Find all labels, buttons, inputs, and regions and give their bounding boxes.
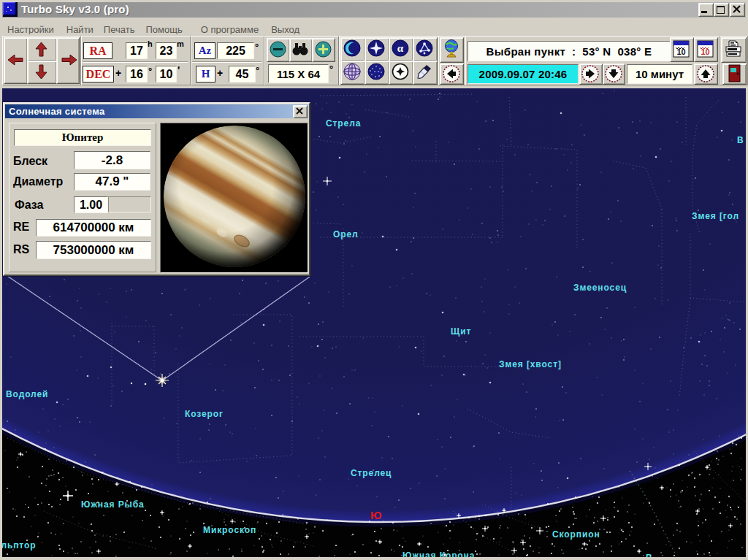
svg-text:10: 10 [701, 47, 709, 56]
svg-text:10: 10 [676, 47, 685, 56]
svg-text:α: α [397, 42, 404, 54]
